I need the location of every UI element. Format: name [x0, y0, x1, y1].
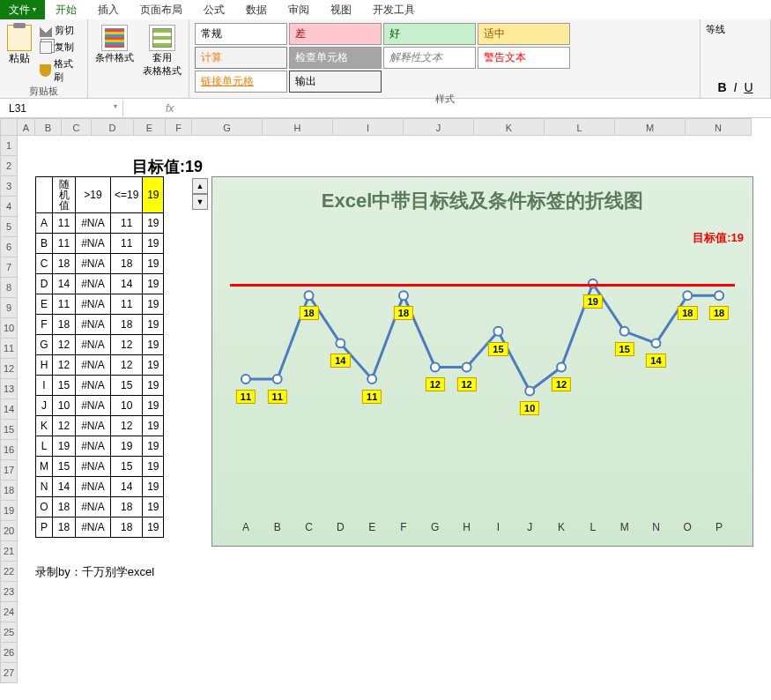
svg-point-7 [463, 362, 471, 371]
style-link[interactable]: 链接单元格 [195, 71, 287, 93]
formula-input[interactable] [181, 107, 771, 110]
row-header[interactable]: 20 [0, 521, 18, 541]
bold-button[interactable]: B [717, 80, 726, 94]
style-neutral[interactable]: 适中 [478, 23, 570, 45]
tab-insert[interactable]: 插入 [87, 1, 130, 19]
spinner-up-button[interactable]: ▲ [192, 178, 208, 194]
paste-button[interactable]: 粘贴 [5, 23, 33, 85]
name-box[interactable]: L31 [0, 101, 123, 116]
select-all-corner[interactable] [0, 118, 18, 136]
chart[interactable]: Excel中带目标线及条件标签的折线图 目标值:19 1111181411181… [211, 176, 753, 547]
tab-home[interactable]: 开始 [45, 1, 87, 19]
tab-view[interactable]: 视图 [320, 1, 362, 19]
table-format-button[interactable]: 套用 表格格式 [141, 23, 183, 79]
copy-icon [40, 41, 52, 54]
cut-button[interactable]: 剪切 [37, 23, 82, 38]
style-check[interactable]: 检查单元格 [289, 47, 382, 69]
x-tick-label: E [356, 521, 388, 533]
style-calc[interactable]: 计算 [195, 47, 287, 69]
svg-point-8 [493, 327, 502, 336]
italic-button[interactable]: I [734, 80, 738, 94]
data-label: 11 [268, 390, 287, 404]
conditional-format-button[interactable]: 条件格式 [93, 23, 136, 79]
style-output[interactable]: 输出 [289, 71, 382, 93]
row-header[interactable]: 8 [0, 278, 18, 298]
col-header[interactable]: A [18, 118, 35, 136]
tab-dev[interactable]: 开发工具 [362, 1, 426, 19]
row-header[interactable]: 11 [0, 339, 18, 359]
row-header[interactable]: 24 [0, 602, 18, 622]
col-lte: <=19 [111, 177, 143, 213]
group-label-styles: 样式 [195, 93, 694, 106]
row-header[interactable]: 27 [0, 663, 18, 683]
tab-layout[interactable]: 页面布局 [130, 1, 193, 19]
row-header[interactable]: 7 [0, 257, 18, 278]
col-header[interactable]: D [92, 118, 134, 136]
row-header[interactable]: 23 [0, 582, 18, 602]
paste-label: 粘贴 [9, 51, 30, 66]
col-header[interactable]: N [686, 118, 752, 136]
row-headers: 1234567891011121314151617181920212223242… [0, 118, 18, 700]
fx-icon[interactable]: fx [159, 102, 181, 115]
grid[interactable]: 目标值:19 ▲ ▼ 随 机 值 >19 <=19 19 A11#N/A1119… [18, 136, 771, 700]
col-header[interactable]: M [615, 118, 686, 136]
format-painter-button[interactable]: 格式刷 [37, 56, 82, 85]
chart-target-label: 目标值:19 [693, 230, 744, 246]
target-line [230, 284, 735, 287]
col-header[interactable]: F [166, 118, 192, 136]
col-header[interactable]: C [62, 118, 92, 136]
spinner-down-button[interactable]: ▼ [192, 194, 208, 210]
row-header[interactable]: 12 [0, 359, 18, 379]
data-label: 18 [299, 306, 318, 320]
svg-point-12 [620, 327, 629, 336]
group-label-clipboard: 剪贴板 [5, 85, 82, 98]
col-header[interactable]: L [545, 118, 615, 136]
row-header[interactable]: 9 [0, 298, 18, 318]
col-header[interactable]: G [192, 118, 263, 136]
row-header[interactable]: 10 [0, 318, 18, 339]
col-header[interactable]: E [134, 118, 166, 136]
tab-data[interactable]: 数据 [235, 1, 278, 19]
col-header[interactable]: H [263, 118, 333, 136]
row-header[interactable]: 13 [0, 379, 18, 399]
style-normal[interactable]: 常规 [195, 23, 287, 45]
col-header[interactable]: J [404, 118, 474, 136]
style-explain[interactable]: 解释性文本 [383, 47, 476, 69]
col-header[interactable]: I [333, 118, 404, 136]
table-format-icon [149, 25, 175, 51]
row-header[interactable]: 4 [0, 197, 18, 217]
x-tick-label: K [545, 521, 577, 533]
row-header[interactable]: 2 [0, 156, 18, 176]
row-header[interactable]: 21 [0, 541, 18, 562]
paste-icon [7, 25, 32, 51]
row-header[interactable]: 16 [0, 440, 18, 460]
svg-point-13 [651, 339, 660, 347]
row-header[interactable]: 26 [0, 643, 18, 663]
row-header[interactable]: 17 [0, 460, 18, 480]
row-header[interactable]: 22 [0, 562, 18, 582]
row-header[interactable]: 5 [0, 217, 18, 237]
copy-button[interactable]: 复制 [37, 40, 82, 55]
line-series [230, 248, 735, 510]
row-header[interactable]: 18 [0, 480, 18, 501]
style-bad[interactable]: 差 [289, 23, 382, 45]
tab-review[interactable]: 审阅 [278, 1, 320, 19]
col-header[interactable]: K [474, 118, 545, 136]
underline-button[interactable]: U [744, 80, 752, 94]
x-tick-label: L [577, 521, 609, 533]
row-header[interactable]: 15 [0, 420, 18, 440]
row-header[interactable]: 3 [0, 176, 18, 197]
x-tick-label: O [671, 521, 703, 533]
style-good[interactable]: 好 [383, 23, 476, 45]
row-header[interactable]: 14 [0, 399, 18, 420]
tab-file[interactable]: 文件 [0, 0, 45, 19]
x-tick-label: B [262, 521, 293, 533]
row-header[interactable]: 6 [0, 237, 18, 257]
style-warn[interactable]: 警告文本 [478, 47, 570, 69]
row-header[interactable]: 25 [0, 622, 18, 643]
x-tick-label: A [230, 521, 262, 533]
col-header[interactable]: B [35, 118, 62, 136]
row-header[interactable]: 1 [0, 136, 18, 156]
row-header[interactable]: 19 [0, 501, 18, 521]
tab-formulas[interactable]: 公式 [193, 1, 235, 19]
